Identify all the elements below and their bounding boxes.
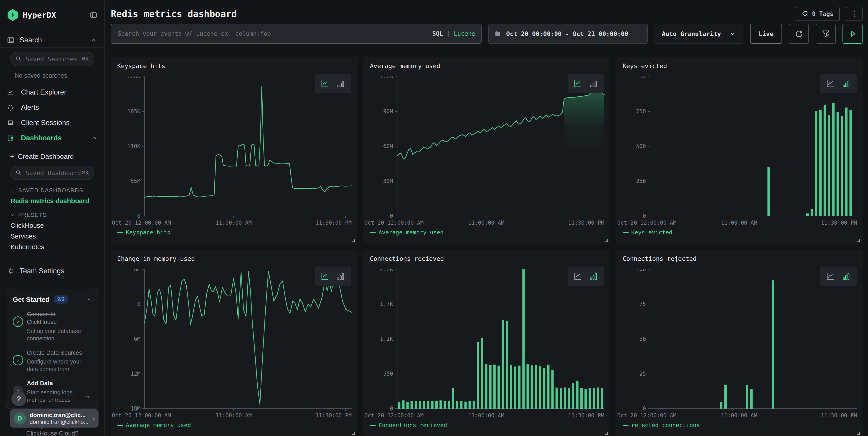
bar-chart-toggle-icon[interactable] [589, 79, 598, 88]
sidebar-item-client-sessions[interactable]: Client Sessions [0, 115, 104, 130]
granularity-select[interactable]: Auto Granularity [654, 24, 743, 44]
legend-dash-icon [370, 425, 376, 426]
saved-dashboards-search[interactable]: ⌘K [10, 166, 94, 180]
search-icon [16, 56, 22, 62]
legend-dash-icon [117, 232, 123, 233]
sidebar-item-dashboards[interactable]: Dashboards [0, 130, 104, 146]
legend-label: Connections recieved [378, 422, 447, 429]
run-query-button[interactable] [842, 24, 863, 44]
query-language-toggle[interactable]: SQL | Lucene [432, 30, 475, 37]
user-email: dominic.tran@clickho... [30, 419, 92, 425]
sidebar-item-team-settings[interactable]: Team Settings [0, 265, 104, 278]
line-chart-toggle-icon[interactable] [320, 271, 330, 281]
chart-panel: Keys evicted 1K7505002500Oct 20 12:00:00… [616, 57, 863, 244]
chart-title: Keyspace hits [117, 62, 165, 69]
line-chart-toggle-icon[interactable] [573, 271, 583, 281]
help-button[interactable]: ? [11, 391, 26, 406]
sql-toggle[interactable]: SQL [432, 30, 443, 37]
bar-chart-toggle-icon[interactable] [336, 271, 346, 281]
chart-type-toggle [315, 266, 351, 286]
resize-handle[interactable] [605, 239, 608, 242]
saved-dashboards-section[interactable]: SAVED DASHBOARDS [10, 186, 83, 195]
live-button[interactable]: Live [750, 24, 782, 44]
chart-panel: Connections recieved 2.2K1.7K1.1K5500Oct… [364, 250, 610, 436]
get-started-step[interactable]: Connect to ClickHouseSet up your databas… [13, 311, 92, 342]
legend-dash-icon [623, 232, 628, 233]
bar-chart-toggle-icon[interactable] [336, 79, 346, 88]
svg-text:25: 25 [639, 371, 646, 377]
get-started-step[interactable]: Create Data SourcesConfigure where your … [13, 349, 92, 373]
sidebar-item-chart-explorer[interactable]: Chart Explorer [0, 85, 104, 100]
resize-handle[interactable] [352, 432, 355, 435]
line-chart-toggle-icon[interactable] [826, 79, 835, 88]
saved-dashboards-input[interactable] [25, 169, 82, 177]
sidebar-section-search[interactable]: Search [0, 33, 104, 47]
sidebar-collapse-icon[interactable] [90, 11, 97, 19]
svg-text:90M: 90M [383, 108, 393, 115]
line-chart-toggle-icon[interactable] [320, 79, 330, 88]
sidebar-item-preset-clickhouse[interactable]: ClickHouse [10, 221, 44, 230]
filter-button[interactable] [816, 24, 836, 44]
user-menu[interactable]: D dominic.tran@clic... dominic.tran@clic… [10, 409, 98, 428]
search-section-icon [7, 36, 14, 44]
chevron-up-icon[interactable] [90, 36, 97, 44]
gear-icon [7, 267, 14, 275]
svg-text:50: 50 [639, 336, 646, 342]
svg-text:11:00:00 AM: 11:00:00 AM [216, 220, 252, 226]
sidebar-item-preset-services[interactable]: Services [10, 232, 36, 241]
tags-button[interactable]: 0 Tags [796, 7, 840, 21]
get-started-title: Get Started [13, 296, 50, 303]
get-started-card: Get Started 2/3 Connect to ClickHouseSet… [6, 289, 99, 409]
event-search-input[interactable] [117, 30, 432, 37]
line-chart-toggle-icon[interactable] [826, 271, 835, 281]
line-chart-toggle-icon[interactable] [573, 79, 583, 88]
resize-handle[interactable] [857, 432, 860, 435]
date-range-picker[interactable]: Oct 20 00:00:00 - Oct 21 00:00:00 [488, 24, 648, 44]
avatar: D [14, 412, 26, 425]
refresh-button[interactable] [789, 24, 809, 44]
chevron-up-icon[interactable] [86, 296, 92, 303]
chart-plot[interactable]: 2.2K1.7K1.1K5500Oct 20 12:00:00 AM11:00:… [364, 269, 610, 420]
bar-chart-toggle-icon[interactable] [842, 271, 851, 281]
svg-text:-12M: -12M [127, 371, 141, 377]
lucene-toggle[interactable]: Lucene [454, 30, 475, 37]
chart-title: Keys evicted [623, 62, 667, 69]
svg-text:11:00:00 AM: 11:00:00 AM [721, 412, 757, 419]
saved-searches-input[interactable] [25, 55, 82, 63]
svg-text:30M: 30M [383, 178, 393, 184]
plus-icon: + [10, 152, 14, 161]
dashboard-menu-button[interactable]: ⋮ [846, 7, 863, 21]
sidebar-item-preset-kubernetes[interactable]: Kubernetes [10, 242, 44, 252]
bar-chart-toggle-icon[interactable] [842, 79, 851, 88]
resize-handle[interactable] [352, 239, 355, 242]
chart-plot[interactable]: 1007550250Oct 20 12:00:00 AM11:00:00 AM1… [616, 269, 863, 420]
chevron-up-icon[interactable] [91, 135, 97, 141]
sidebar-item-alerts[interactable]: Alerts [0, 100, 104, 115]
logo-row: HyperDX [0, 8, 104, 22]
chart-plot[interactable]: 220K165K110K55K0Oct 20 12:00:00 AM11:00:… [111, 77, 357, 227]
chart-legend: Keys evicted [623, 229, 673, 236]
calendar-icon [494, 30, 501, 37]
saved-searches-search[interactable]: ⌘K [10, 52, 94, 66]
chart-plot[interactable]: 120M90M60M30M0Oct 20 12:00:00 AM11:00:00… [364, 77, 610, 227]
presets-section[interactable]: PRESETS [10, 211, 47, 219]
chart-legend: Keyspace hits [117, 229, 170, 236]
resize-handle[interactable] [857, 239, 860, 242]
legend-dash-icon [117, 425, 123, 426]
svg-text:250: 250 [636, 178, 646, 184]
user-name: dominic.tran@clic... [30, 412, 92, 419]
chart-plot[interactable]: 1K7505002500Oct 20 12:00:00 AM11:00:00 A… [616, 77, 863, 227]
bar-chart-toggle-icon[interactable] [589, 271, 598, 281]
chart-plot[interactable]: 6M0-6M-12M-18MOct 20 12:00:00 AM11:00:00… [111, 269, 357, 420]
resize-handle[interactable] [605, 432, 608, 435]
svg-text:60M: 60M [383, 143, 393, 149]
tag-icon [802, 10, 809, 17]
arrow-right-icon: → [83, 391, 91, 400]
chart-title: Connections recieved [370, 255, 444, 262]
chart-title: Connections rejected [623, 255, 696, 262]
event-search-bar[interactable]: SQL | Lucene [111, 24, 482, 44]
sidebar-item-redis-dashboard[interactable]: Redis metrics dashboard [10, 196, 89, 205]
chart-type-toggle [567, 74, 604, 93]
create-dashboard-button[interactable]: + Create Dashboard [0, 151, 104, 162]
svg-text:0: 0 [390, 213, 393, 219]
